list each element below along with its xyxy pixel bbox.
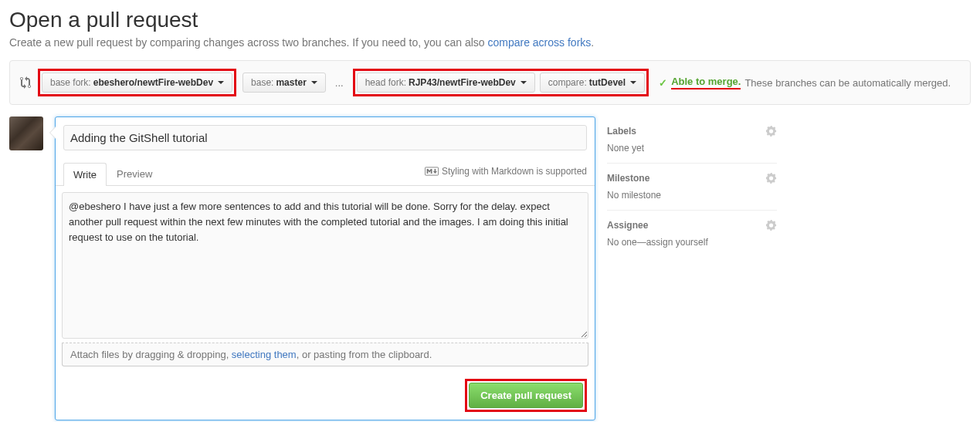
assignee-title: Assignee [607,220,648,231]
highlight-head-fork: head fork: RJP43/newtFire-webDev compare… [353,69,649,96]
markdown-icon [425,167,439,176]
compare-label: compare: [548,77,587,88]
pr-body-textarea[interactable]: @ebeshero I have just a few more sentenc… [62,192,588,339]
merge-status: ✓ Able to merge. These branches can be a… [659,76,951,89]
sidebar-labels: Labels None yet [607,116,777,164]
range-ellipsis: ... [332,77,347,89]
merge-msg: These branches can be automatically merg… [744,77,951,89]
attach-prefix: Attach files by dragging & dropping, [70,349,232,360]
tab-preview[interactable]: Preview [107,162,162,185]
head-fork-select[interactable]: head fork: RJP43/newtFire-webDev [357,73,535,93]
attach-hint[interactable]: Attach files by dragging & dropping, sel… [62,343,588,366]
sidebar: Labels None yet Milestone No milestone A… [607,116,777,257]
subtitle-text: Create a new pull request by comparing c… [9,36,487,49]
base-label: base: [251,77,273,88]
base-value: master [276,77,306,88]
labels-title: Labels [607,126,636,137]
sidebar-assignee: Assignee No one—assign yourself [607,211,777,257]
tab-write[interactable]: Write [63,163,107,186]
gear-icon[interactable] [766,126,777,137]
compare-branch-select[interactable]: compare: tutDevel [540,73,645,93]
attach-select-link[interactable]: selecting them [232,349,297,360]
labels-value: None yet [607,143,777,154]
avatar[interactable] [9,116,43,150]
chevron-down-icon [311,81,317,84]
page-title: Open a pull request [9,8,971,32]
attach-suffix: , or pasting from the clipboard. [297,349,432,360]
merge-able-text: Able to merge. [671,76,741,89]
range-editor: base fork: ebeshero/newtFire-webDev base… [9,60,971,105]
page-subtitle: Create a new pull request by comparing c… [9,36,971,49]
highlight-submit: Create pull request [465,379,587,412]
assignee-value: No one—assign yourself [607,237,777,248]
base-fork-value: ebeshero/newtFire-webDev [93,77,213,88]
chevron-down-icon [521,81,527,84]
editor-tabs: Write Preview Styling with Markdown is s… [56,162,595,186]
compare-forks-link[interactable]: compare across forks [487,36,591,49]
head-fork-label: head fork: [365,77,406,88]
highlight-base-fork: base fork: ebeshero/newtFire-webDev [38,69,236,96]
sidebar-milestone: Milestone No milestone [607,164,777,211]
git-compare-icon [19,76,32,89]
base-fork-select[interactable]: base fork: ebeshero/newtFire-webDev [42,73,232,93]
pr-title-input[interactable] [63,125,587,150]
gear-icon[interactable] [766,220,777,231]
milestone-title: Milestone [607,173,649,184]
assign-yourself-link[interactable]: No one—assign yourself [607,237,708,248]
gear-icon[interactable] [766,173,777,184]
chevron-down-icon [630,81,636,84]
base-fork-label: base fork: [50,77,91,88]
milestone-value: No milestone [607,190,777,201]
check-icon: ✓ [659,77,667,89]
chevron-down-icon [218,81,224,84]
compare-value: tutDevel [589,77,626,88]
subtitle-suffix: . [591,36,594,49]
create-pr-button[interactable]: Create pull request [469,383,583,408]
head-fork-value: RJP43/newtFire-webDev [409,77,516,88]
base-branch-select[interactable]: base: master [242,73,326,93]
markdown-hint-text: Styling with Markdown is supported [442,166,587,177]
markdown-hint[interactable]: Styling with Markdown is supported [425,166,587,182]
comment-form: Write Preview Styling with Markdown is s… [55,116,595,420]
